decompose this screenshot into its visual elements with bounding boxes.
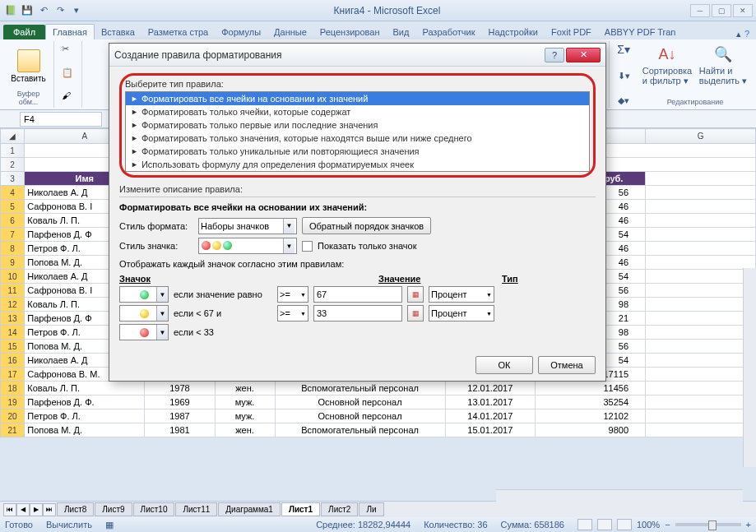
title-bar: 📗 💾 ↶ ↷ ▾ Книга4 - Microsoft Excel ─ ▢ ✕ (0, 0, 756, 21)
fill-icon[interactable]: ⬇▾ (618, 71, 630, 81)
tab-nav-last[interactable]: ⏭ (43, 503, 56, 516)
status-calc: Вычислить (46, 520, 92, 530)
sheet-tab[interactable]: Диаграмма1 (218, 502, 281, 516)
find-icon: 🔍 (712, 43, 735, 66)
tab-foxit[interactable]: Foxit PDF (545, 25, 598, 39)
op2-combo[interactable]: >=▼ (277, 305, 308, 322)
help-icon[interactable]: ? (744, 29, 749, 39)
sheet-tabs: ⏮ ◀ ▶ ⏭ Лист8Лист9Лист10Лист11Диаграмма1… (0, 501, 756, 517)
ribbon-tabs: Файл Главная Вставка Разметка стра Форму… (0, 21, 756, 39)
dialog-close-button[interactable]: ✕ (566, 48, 601, 62)
maximize-button[interactable]: ▢ (712, 4, 731, 17)
value2-input[interactable] (313, 305, 402, 322)
format-style-label: Стиль формата: (119, 221, 193, 231)
tab-insert[interactable]: Вставка (95, 25, 141, 39)
sheet-tab[interactable]: Лист9 (95, 502, 132, 516)
tab-nav-first[interactable]: ⏮ (3, 503, 16, 516)
rule-type-list[interactable]: ► Форматировать все ячейки на основании … (125, 91, 590, 172)
sheet-tab[interactable]: Лист10 (133, 502, 175, 516)
cut-icon[interactable]: ✂ (61, 43, 77, 59)
rule-type-item[interactable]: ► Форматировать только ячейки, которые с… (126, 105, 589, 118)
select-rule-label: Выберите тип правила: (125, 79, 590, 89)
file-tab[interactable]: Файл (3, 25, 45, 39)
tab-data[interactable]: Данные (267, 25, 313, 39)
sheet-tab[interactable]: Ли (359, 502, 383, 516)
horizontal-scrollbar[interactable] (496, 489, 743, 502)
tab-home[interactable]: Главная (45, 24, 95, 39)
tab-layout[interactable]: Разметка стра (141, 25, 215, 39)
redo-icon[interactable]: ↷ (53, 3, 67, 18)
find-select-button[interactable]: 🔍 Найти и выделить ▾ (697, 43, 749, 86)
zoom-out-icon[interactable]: − (665, 520, 670, 530)
vertical-scrollbar[interactable] (743, 268, 756, 467)
paste-button[interactable]: Вставить (13, 43, 44, 90)
close-button[interactable]: ✕ (733, 4, 753, 17)
icon3-combo[interactable]: ▼ (119, 324, 169, 340)
qat-more-icon[interactable]: ▾ (69, 3, 84, 18)
edit-section-title: Форматировать все ячейки на основании их… (119, 202, 596, 212)
status-count: Количество: 36 (424, 520, 487, 530)
tab-abbyy[interactable]: ABBYY PDF Tran (598, 25, 683, 39)
sort-filter-button[interactable]: A↓ Сортировка и фильтр ▾ (641, 43, 693, 86)
save-icon[interactable]: 💾 (20, 3, 35, 18)
show-icon-only-label: Показать только значок (318, 241, 417, 251)
minimize-button[interactable]: ─ (690, 4, 710, 17)
tab-formulas[interactable]: Формулы (215, 25, 267, 39)
tab-nav-prev[interactable]: ◀ (16, 503, 30, 516)
zoom-level: 100% (637, 520, 660, 530)
quick-access-toolbar: 📗 💾 ↶ ↷ ▾ (3, 3, 84, 18)
rule-type-item[interactable]: ► Использовать формулу для определения ф… (126, 158, 589, 171)
sheet-tab[interactable]: Лист11 (175, 502, 217, 516)
sheet-tab[interactable]: Лист2 (321, 502, 358, 516)
rule-type-item[interactable]: ► Форматировать только первые или послед… (126, 118, 589, 132)
icon-style-combo[interactable]: ▼ (198, 238, 297, 254)
macro-icon[interactable]: ▦ (105, 520, 114, 530)
autosum-icon[interactable]: Σ▾ (617, 43, 630, 56)
status-ready: Готово (5, 520, 33, 530)
format-painter-icon[interactable]: 🖌 (61, 90, 77, 106)
icon-style-label: Стиль значка: (119, 241, 193, 251)
display-rules-label: Отображать каждый значок согласно этим п… (119, 259, 596, 269)
view-break-icon[interactable] (617, 519, 632, 530)
highlight-annotation: Выберите тип правила: ► Форматировать вс… (119, 73, 596, 178)
minimize-ribbon-icon[interactable]: ▴ (736, 29, 741, 39)
status-bar: Готово Вычислить ▦ Среднее: 18282,94444 … (0, 517, 756, 532)
edit-rule-label: Измените описание правила: (119, 184, 596, 194)
tab-review[interactable]: Рецензирован (313, 25, 387, 39)
reverse-order-button[interactable]: Обратный порядок значков (302, 217, 431, 234)
tab-nav-next[interactable]: ▶ (30, 503, 43, 516)
col-header[interactable]: G (646, 129, 756, 144)
rule-type-item[interactable]: ► Форматировать только значения, которые… (126, 132, 589, 145)
status-avg: Среднее: 18282,94444 (316, 520, 410, 530)
zoom-slider[interactable] (675, 523, 741, 526)
type2-combo[interactable]: Процент▼ (429, 305, 494, 322)
cancel-button[interactable]: Отмена (538, 356, 596, 374)
tab-addins[interactable]: Надстройки (482, 25, 545, 39)
name-box[interactable]: F4 (20, 112, 102, 127)
view-layout-icon[interactable] (597, 519, 612, 530)
undo-icon[interactable]: ↶ (36, 3, 51, 18)
ref2-button[interactable]: ▦ (407, 305, 424, 322)
ref1-button[interactable]: ▦ (407, 286, 424, 303)
tab-view[interactable]: Вид (387, 25, 416, 39)
copy-icon[interactable]: 📋 (61, 67, 77, 83)
value1-input[interactable] (313, 286, 402, 303)
dialog-help-button[interactable]: ? (545, 48, 564, 62)
icon1-combo[interactable]: ▼ (119, 286, 169, 303)
ok-button[interactable]: ОК (475, 356, 533, 374)
dialog-title: Создание правила форматирования (114, 49, 282, 61)
clear-icon[interactable]: ◆▾ (618, 95, 629, 106)
show-icon-only-checkbox[interactable] (302, 241, 313, 252)
format-style-combo[interactable]: Наборы значков▼ (198, 218, 297, 234)
view-normal-icon[interactable] (577, 519, 592, 530)
op1-combo[interactable]: >=▼ (277, 286, 308, 303)
tab-developer[interactable]: Разработчик (415, 25, 481, 39)
rule-type-item[interactable]: ► Форматировать все ячейки на основании … (126, 92, 589, 105)
zoom-in-icon[interactable]: + (746, 520, 751, 530)
sheet-tab[interactable]: Лист1 (281, 502, 320, 516)
rule-type-item[interactable]: ► Форматировать только уникальные или по… (126, 145, 589, 158)
sheet-tab[interactable]: Лист8 (57, 502, 94, 516)
select-all[interactable]: ◢ (1, 129, 25, 144)
icon2-combo[interactable]: ▼ (119, 305, 169, 322)
type1-combo[interactable]: Процент▼ (429, 286, 494, 303)
